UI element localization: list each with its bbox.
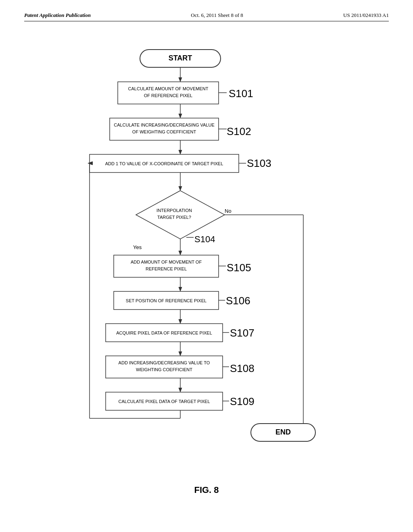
figure-caption-text: FIG. 8 xyxy=(194,485,219,495)
s103-text: ADD 1 TO VALUE OF X-COORDINATE OF TARGET… xyxy=(105,161,223,166)
s103-label: S103 xyxy=(247,157,271,169)
s106-text: SET POSITION OF REFERENCE PIXEL xyxy=(126,298,206,303)
s101-text-line1: CALCULATE AMOUNT OF MOVEMENT xyxy=(128,86,209,91)
flowchart: START CALCULATE AMOUNT OF MOVEMENT OF RE… xyxy=(65,46,348,469)
start-label: START xyxy=(169,54,192,62)
s109-text: CALCULATE PIXEL DATA OF TARGET PIXEL xyxy=(119,399,210,404)
s104-text-line1: INTERPOLATION xyxy=(156,208,192,213)
s102-text-line1: CALCULATE INCREASING/DECREASING VALUE xyxy=(114,123,215,127)
s101-label: S101 xyxy=(229,87,253,100)
s102-label: S102 xyxy=(227,125,251,137)
no-label: No xyxy=(225,208,232,214)
s105-text-line2: REFERENCE PIXEL xyxy=(146,266,187,271)
end-label: END xyxy=(275,428,291,436)
header-center: Oct. 6, 2011 Sheet 8 of 8 xyxy=(191,12,243,19)
flowchart-svg: START CALCULATE AMOUNT OF MOVEMENT OF RE… xyxy=(65,46,348,469)
s105-label: S105 xyxy=(227,262,251,274)
s107-text: ACQUIRE PIXEL DATA OF REFERENCE PIXEL xyxy=(116,330,212,335)
s108-text-line2: WEIGHTING COEFFICIENT xyxy=(136,367,192,372)
figure-caption: FIG. 8 xyxy=(24,485,389,495)
s104-text-line2: TARGET PIXEL? xyxy=(157,215,191,220)
s107-label: S107 xyxy=(230,327,254,339)
s108-label: S108 xyxy=(230,362,254,374)
s109-label: S109 xyxy=(230,395,254,407)
s108-text-line1: ADD INCREASING/DECREASING VALUE TO xyxy=(119,360,210,365)
yes-label: Yes xyxy=(133,244,142,250)
page: Patent Application Publication Oct. 6, 2… xyxy=(0,0,413,532)
header-left: Patent Application Publication xyxy=(24,12,91,19)
s106-label: S106 xyxy=(226,295,250,307)
s104-label: S104 xyxy=(194,234,215,244)
s102-text-line2: OF WEIGHTING COEFFICIENT xyxy=(132,129,196,134)
s101-text-line2: OF REFERENCE PIXEL xyxy=(144,93,192,98)
header-right: US 2011/0241933 A1 xyxy=(343,12,389,19)
s105-text-line1: ADD AMOUNT OF MOVEMENT OF xyxy=(131,260,202,264)
page-header: Patent Application Publication Oct. 6, 2… xyxy=(24,12,389,21)
